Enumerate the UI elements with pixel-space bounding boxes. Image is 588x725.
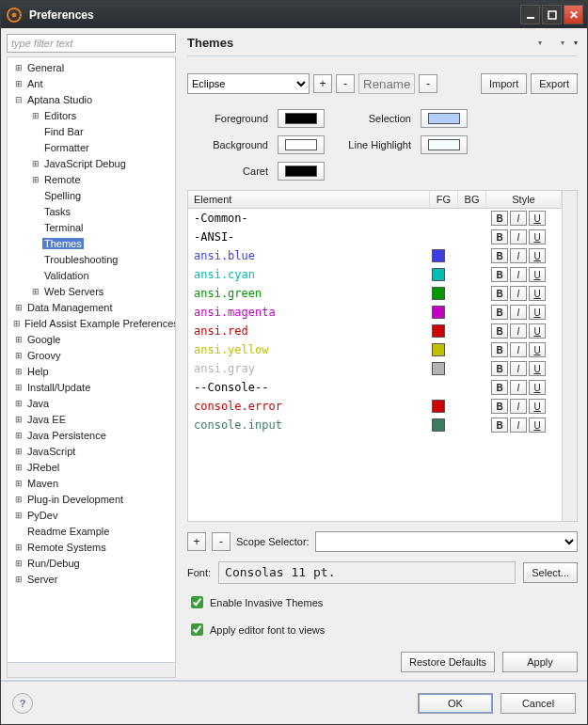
add-theme-button[interactable]: + [313,74,332,93]
fg-cell[interactable] [424,268,453,281]
remove-scope-button[interactable]: - [212,532,230,551]
bold-toggle[interactable]: B [491,380,508,395]
italic-toggle[interactable]: I [510,229,527,244]
foreground-swatch[interactable] [278,109,325,128]
cancel-button[interactable]: Cancel [501,693,576,714]
fg-swatch[interactable] [432,418,445,432]
tree-item[interactable]: Find Bar [8,123,175,139]
help-button[interactable]: ? [12,693,33,714]
tree-item[interactable]: ⊞JavaScript Debug [8,155,175,171]
table-row[interactable]: ansi.redBIU [188,322,562,340]
expand-icon[interactable]: ⊞ [13,382,24,392]
rename-input[interactable] [358,73,415,94]
tree-item[interactable]: ⊟Aptana Studio [8,91,175,107]
fg-swatch[interactable] [432,306,445,319]
forward-menu[interactable]: ▾ [561,39,564,47]
fg-cell[interactable] [424,287,453,300]
add-scope-button[interactable]: + [187,532,206,551]
tree-item[interactable]: Validation [8,267,175,283]
expand-icon[interactable]: ⊞ [13,302,24,312]
view-menu[interactable]: ▾ [574,39,578,47]
tree-item[interactable]: ⊞General [8,59,175,75]
tree-item[interactable]: ⊞JavaScript [8,443,175,459]
tree-item[interactable]: ⊞Maven [8,475,175,491]
tree-item[interactable]: ⊞Server [8,571,175,587]
underline-toggle[interactable]: U [529,267,546,282]
export-button[interactable]: Export [531,73,578,94]
underline-toggle[interactable]: U [529,380,546,395]
maximize-button[interactable] [542,5,562,24]
table-row[interactable]: console.errorBIU [188,397,562,416]
fg-swatch[interactable] [432,324,445,338]
tree-item[interactable]: ⊞JRebel [8,459,175,475]
bold-toggle[interactable]: B [491,229,508,244]
fg-swatch[interactable] [432,268,445,281]
table-row[interactable]: -ANSI-BIU [188,228,562,246]
expand-icon[interactable]: ⊞ [30,158,40,168]
bold-toggle[interactable]: B [491,418,508,433]
select-font-button[interactable]: Select... [523,562,578,583]
table-row[interactable]: ansi.cyanBIU [188,265,562,284]
fg-swatch[interactable] [432,287,445,300]
expand-icon[interactable]: ⊞ [13,414,24,424]
italic-toggle[interactable]: I [510,418,527,433]
table-row[interactable]: -Common-BIU [188,209,562,228]
underline-toggle[interactable]: U [529,418,546,433]
remove-theme-button[interactable]: - [336,74,355,93]
apply-button[interactable]: Apply [502,652,578,672]
italic-toggle[interactable]: I [510,211,527,226]
italic-toggle[interactable]: I [510,323,527,339]
table-body[interactable]: -Common-BIU-ANSI-BIUansi.blueBIUansi.cya… [188,209,562,518]
expand-icon[interactable]: ⊞ [13,446,24,456]
fg-cell[interactable] [424,306,453,319]
bold-toggle[interactable]: B [491,286,508,301]
tree-item[interactable]: ⊞Install/Update [8,379,175,395]
bold-toggle[interactable]: B [491,267,508,282]
underline-toggle[interactable]: U [529,229,546,244]
italic-toggle[interactable]: I [510,305,527,320]
fg-cell[interactable] [424,418,453,432]
bold-toggle[interactable]: B [491,342,508,357]
scope-selector[interactable] [315,531,578,552]
underline-toggle[interactable]: U [529,361,546,376]
tree-item[interactable]: ⊞Run/Debug [8,555,175,571]
tree-item[interactable]: ⊞Remote [8,171,175,187]
expand-icon[interactable]: ⊞ [30,110,40,120]
table-row[interactable]: console.inputBIU [188,416,562,434]
italic-toggle[interactable]: I [510,342,527,357]
expand-icon[interactable]: ⊞ [13,510,24,520]
expand-icon[interactable]: ⊞ [13,398,24,408]
tree-item[interactable]: ⊞Java Persistence [8,427,175,443]
collapse-icon[interactable]: ⊟ [13,94,24,104]
italic-toggle[interactable]: I [510,286,527,301]
expand-icon[interactable]: ⊞ [30,174,40,184]
tree-item[interactable]: ⊞PyDev [8,507,175,523]
fg-swatch[interactable] [432,343,445,356]
table-row[interactable]: --Console--BIU [188,378,562,397]
filter-input[interactable] [7,34,176,53]
fg-swatch[interactable] [432,400,445,413]
tree-item[interactable]: ⊞Google [8,331,175,347]
tree-item[interactable]: ⊞Web Servers [8,283,175,299]
underline-toggle[interactable]: U [529,211,546,226]
expand-icon[interactable]: ⊞ [13,350,24,360]
fg-cell[interactable] [424,362,453,375]
category-tree[interactable]: ⊞General⊞Ant⊟Aptana Studio⊞EditorsFind B… [8,57,175,662]
italic-toggle[interactable]: I [510,399,527,414]
minimize-button[interactable] [520,5,540,24]
fg-swatch[interactable] [432,362,445,375]
fg-swatch[interactable] [432,249,445,262]
line-highlight-swatch[interactable] [421,135,468,154]
underline-toggle[interactable]: U [529,286,546,301]
table-v-scrollbar[interactable] [562,191,577,521]
table-row[interactable]: ansi.blueBIU [188,246,562,265]
bold-toggle[interactable]: B [491,305,508,320]
tree-item[interactable]: Troubleshooting [8,251,175,267]
bold-toggle[interactable]: B [491,211,508,226]
background-swatch[interactable] [278,135,325,154]
tree-item[interactable]: Formatter [8,139,175,155]
col-element[interactable]: Element [188,191,430,208]
caret-swatch[interactable] [278,162,325,181]
col-fg[interactable]: FG [430,191,458,208]
italic-toggle[interactable]: I [510,361,527,376]
